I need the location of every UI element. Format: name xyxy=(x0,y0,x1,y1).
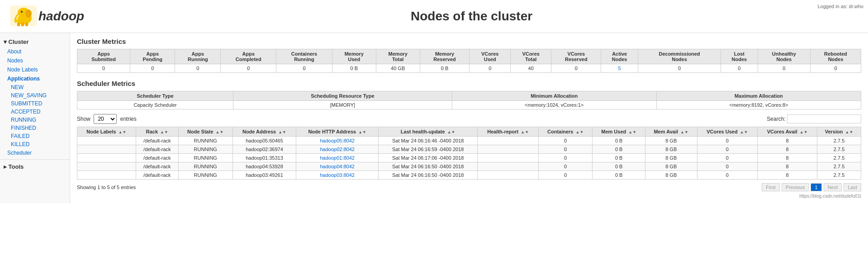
val-apps-running: 0 xyxy=(175,64,221,73)
col-mem-avail[interactable]: Mem Avail ▲▼ xyxy=(645,127,697,137)
sidebar-item-app-submitted[interactable]: SUBMITTED xyxy=(0,100,70,108)
sort-icon-version: ▲▼ xyxy=(845,130,854,134)
svg-point-3 xyxy=(25,9,32,18)
table-row: /default-rackRUNNINGhadoop01:35313hadoop… xyxy=(77,154,861,162)
col-last-health[interactable]: Last health-update ▲▼ xyxy=(378,127,478,137)
val-vcores-total: 40 xyxy=(510,64,551,73)
table-cell: 0 B xyxy=(593,137,645,145)
pagination-next[interactable]: Next xyxy=(824,183,842,191)
sidebar-item-app-new-saving[interactable]: NEW_SAVING xyxy=(0,91,70,100)
col-node-state[interactable]: Node State ▲▼ xyxy=(178,127,232,137)
pagination-page-1[interactable]: 1 xyxy=(811,183,821,191)
table-cell: hadoop02:8042 xyxy=(296,145,378,154)
sidebar-item-node-labels[interactable]: Node Labels xyxy=(0,65,70,74)
col-containers[interactable]: Containers ▲▼ xyxy=(538,127,593,137)
main-layout: ▾ Cluster About Nodes Node Labels Applic… xyxy=(0,33,868,203)
val-apps-completed: 0 xyxy=(221,64,276,73)
scheduler-metrics-table: Scheduler Type Scheduling Resource Type … xyxy=(77,91,861,109)
table-cell xyxy=(77,162,136,171)
nodes-table: Node Labels ▲▼ Rack ▲▼ Node State ▲▼ Nod… xyxy=(77,127,861,180)
table-cell: 0 xyxy=(697,154,758,162)
table-cell: 2.7.5 xyxy=(817,162,861,171)
sidebar-item-scheduler[interactable]: Scheduler xyxy=(0,148,70,157)
col-vcores-avail-node[interactable]: VCores Avail ▲▼ xyxy=(758,127,817,137)
col-active-nodes: ActiveNodes xyxy=(601,49,638,64)
sidebar: ▾ Cluster About Nodes Node Labels Applic… xyxy=(0,33,70,203)
val-apps-pending: 0 xyxy=(130,64,175,73)
logo[interactable]: hadoop xyxy=(9,5,84,28)
sidebar-item-app-accepted[interactable]: ACCEPTED xyxy=(0,108,70,116)
table-cell: /default-rack xyxy=(136,137,178,145)
search-input[interactable] xyxy=(787,114,861,123)
col-node-labels[interactable]: Node Labels ▲▼ xyxy=(77,127,136,137)
sidebar-item-app-killed[interactable]: KILLED xyxy=(0,140,70,148)
show-label: Show xyxy=(77,116,90,122)
val-apps-submitted: 0 xyxy=(77,64,130,73)
sidebar-item-about[interactable]: About xyxy=(0,47,70,56)
pagination-previous[interactable]: Previous xyxy=(782,183,809,191)
sort-icon-containers: ▲▼ xyxy=(576,130,584,134)
val-rebooted-nodes: 0 xyxy=(810,64,861,73)
sort-icon-mem-used: ▲▼ xyxy=(628,130,636,134)
svg-rect-7 xyxy=(25,23,28,26)
table-cell: 8 GB xyxy=(645,162,697,171)
svg-point-4 xyxy=(21,11,23,13)
table-cell: 0 xyxy=(697,145,758,154)
table-cell: 8 xyxy=(758,137,817,145)
sidebar-tools-section[interactable]: ▸ Tools xyxy=(0,161,70,172)
val-memory-total: 40 GB xyxy=(376,64,420,73)
col-rebooted-nodes: RebootedNodes xyxy=(810,49,861,64)
col-apps-pending: AppsPending xyxy=(130,49,175,64)
pagination-last[interactable]: Last xyxy=(844,183,861,191)
search-box: Search: xyxy=(767,114,861,123)
table-controls: Show 10 20 50 100 entries Search: xyxy=(77,114,861,124)
col-decommissioned-nodes: DecommissionedNodes xyxy=(638,49,721,64)
val-decommissioned-nodes: 0 xyxy=(638,64,721,73)
col-node-address[interactable]: Node Address ▲▼ xyxy=(232,127,296,137)
col-memory-total: MemoryTotal xyxy=(376,49,420,64)
sidebar-item-app-running[interactable]: RUNNING xyxy=(0,116,70,124)
val-unhealthy-nodes: 0 xyxy=(758,64,810,73)
val-lost-nodes: 0 xyxy=(721,64,758,73)
table-cell: 0 xyxy=(538,171,593,180)
col-rack[interactable]: Rack ▲▼ xyxy=(136,127,178,137)
val-active-nodes[interactable]: 5 xyxy=(601,64,638,73)
col-maximum-allocation: Maximum Allocation xyxy=(656,91,861,101)
val-vcores-used: 0 xyxy=(470,64,510,73)
table-cell: RUNNING xyxy=(178,137,232,145)
table-cell: 0 xyxy=(538,154,593,162)
table-cell: 0 xyxy=(538,145,593,154)
col-unhealthy-nodes: UnhealthyNodes xyxy=(758,49,810,64)
entries-label: entries xyxy=(120,116,137,122)
table-cell: Sat Mar 24 06:16:59 -0400 2018 xyxy=(378,145,478,154)
val-scheduler-type: Capacity Scheduler xyxy=(77,101,233,109)
sidebar-item-app-failed[interactable]: FAILED xyxy=(0,132,70,140)
sidebar-item-nodes[interactable]: Nodes xyxy=(0,56,70,65)
table-cell: Sat Mar 24 06:16:50 -0400 2018 xyxy=(378,171,478,180)
col-health-report[interactable]: Health-report ▲▼ xyxy=(478,127,538,137)
table-cell: 0 B xyxy=(593,162,645,171)
table-cell: 2.7.5 xyxy=(817,137,861,145)
table-cell: 2.7.5 xyxy=(817,145,861,154)
sidebar-cluster-section[interactable]: ▾ Cluster xyxy=(0,37,70,47)
col-scheduler-type: Scheduler Type xyxy=(77,91,233,101)
pagination-first[interactable]: First xyxy=(762,183,779,191)
col-version[interactable]: Version ▲▼ xyxy=(817,127,861,137)
sidebar-item-applications[interactable]: Applications xyxy=(0,74,70,83)
table-cell xyxy=(77,145,136,154)
show-entries-select[interactable]: 10 20 50 100 xyxy=(94,114,117,124)
sort-icon-vcores-avail: ▲▼ xyxy=(800,130,808,134)
col-vcores-used-node[interactable]: VCores Used ▲▼ xyxy=(697,127,758,137)
table-cell: RUNNING xyxy=(178,171,232,180)
table-cell: 0 B xyxy=(593,154,645,162)
sidebar-item-app-finished[interactable]: FINISHED xyxy=(0,124,70,132)
col-vcores-used: VCoresUsed xyxy=(470,49,510,64)
sidebar-item-app-new[interactable]: NEW xyxy=(0,83,70,91)
sort-icon-node-state: ▲▼ xyxy=(216,130,224,134)
hadoop-text: hadoop xyxy=(38,9,84,24)
col-mem-used[interactable]: Mem Used ▲▼ xyxy=(593,127,645,137)
col-node-http-address[interactable]: Node HTTP Address ▲▼ xyxy=(296,127,378,137)
table-cell xyxy=(478,171,538,180)
table-cell xyxy=(77,171,136,180)
page-title: Nodes of the cluster xyxy=(84,9,859,24)
